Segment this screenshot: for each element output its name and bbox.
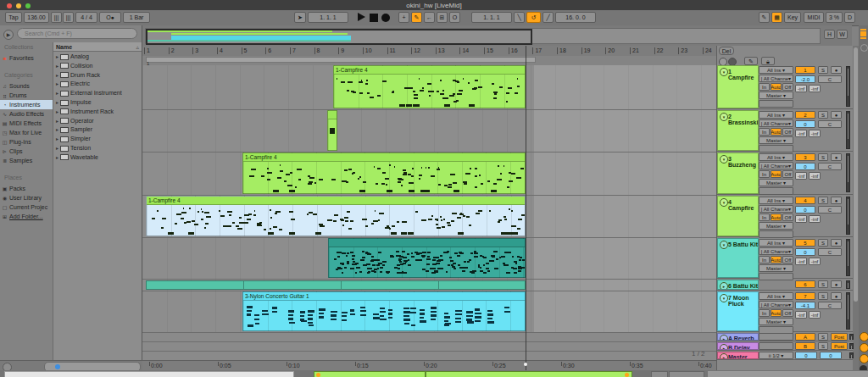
track-header-1[interactable]: ▾1 CampfireAll Ins ▾| All Channe▾InAutoO… <box>717 65 853 109</box>
clip-title-bar[interactable] <box>314 371 426 377</box>
track-activator[interactable]: 7 <box>795 292 815 300</box>
input-routing-menu[interactable]: All Ins ▾ <box>759 153 793 161</box>
monitor-in-button[interactable]: In <box>759 83 770 91</box>
track-header-2[interactable]: ▾2 BrassinskiAll Ins ▾| All Channe▾InAut… <box>717 110 853 152</box>
input-channel-menu[interactable]: | All Channe▾ <box>759 119 793 127</box>
playhead[interactable] <box>526 46 526 370</box>
output-routing-menu[interactable]: Master ▾ <box>759 264 793 272</box>
metronome-button[interactable]: O● <box>99 12 121 23</box>
solo-button[interactable]: S <box>818 153 828 161</box>
arm-button[interactable]: ● <box>831 239 842 247</box>
spinner-icon[interactable] <box>860 44 868 52</box>
loop-brace[interactable] <box>146 57 536 63</box>
monitor-in-button[interactable]: In <box>759 128 770 136</box>
post-button[interactable]: Post <box>831 342 848 350</box>
solo-button[interactable]: S <box>818 197 828 204</box>
re-enable-automation-button[interactable]: ← <box>424 12 435 23</box>
unfold-track-icon[interactable]: ▾ <box>720 113 728 121</box>
output-routing-menu[interactable]: Master ▾ <box>759 179 793 186</box>
optimize-height-button[interactable]: H <box>824 30 835 39</box>
master-volume-field[interactable]: 0 <box>795 352 817 359</box>
monitor-off-button[interactable]: Off <box>782 256 793 263</box>
delete-automation-button[interactable]: Del <box>719 47 734 55</box>
draw-mode-button[interactable]: O <box>449 12 460 23</box>
track-activator[interactable]: 2 <box>795 111 815 119</box>
sidebar-item-midi-effects[interactable]: ▤MIDI Effects <box>0 119 53 128</box>
quantization-menu[interactable]: 1 Bar <box>123 12 150 23</box>
pencil-mode-icon[interactable]: ✎ <box>744 57 758 65</box>
post-button[interactable]: Post <box>831 333 848 341</box>
arm-button[interactable]: ● <box>831 280 842 288</box>
return-lane-a-reverb[interactable] <box>142 333 716 342</box>
sidebar-item-user-library[interactable]: ◉User Library <box>0 193 53 202</box>
sidebar-item-drums[interactable]: ⣶Drums <box>0 91 53 100</box>
track-activator[interactable]: 3 <box>795 153 815 161</box>
arrangement-position-field[interactable]: 1. 1. 1 <box>308 12 348 23</box>
sidebar-item-add-folder-[interactable]: ⊞Add Folder... <box>0 212 53 221</box>
solo-button[interactable]: S <box>818 111 828 119</box>
unfold-track-icon[interactable]: ▾ <box>720 294 728 302</box>
arm-button[interactable]: ● <box>831 111 842 119</box>
track-header-7[interactable]: ▾7 Moon PluckAll Ins ▾| All Channe▾InAut… <box>717 291 853 332</box>
track-lane-6[interactable] <box>142 280 716 291</box>
track-lane-7[interactable]: 3-Nylon Concerto Guitar 1 <box>142 291 716 333</box>
optimize-width-button[interactable]: W <box>837 30 848 39</box>
solo-button[interactable]: S <box>818 280 828 288</box>
draw-pencil-button[interactable]: ✎ <box>759 12 770 23</box>
input-channel-menu[interactable]: | All Channe▾ <box>759 162 793 169</box>
solo-button[interactable]: S <box>818 342 828 350</box>
track-name-cell[interactable]: ▾2 Brassinski <box>717 110 759 151</box>
arrangement-overview[interactable] <box>145 28 821 44</box>
list-item-external-instrument[interactable]: ▸External Instrument <box>53 89 141 97</box>
track-header-3[interactable]: ▾3 BuzzhengAll Ins ▾| All Channe▾InAutoO… <box>717 152 853 195</box>
automation-arm-button[interactable]: ✎ <box>411 12 422 23</box>
list-item-tension[interactable]: ▸Tension <box>53 144 141 152</box>
clip-strip[interactable] <box>146 280 526 290</box>
input-routing-menu[interactable]: All Ins ▾ <box>759 292 793 300</box>
key-map-button[interactable]: Key <box>784 12 801 23</box>
loop-switch[interactable]: ↺ <box>526 12 541 23</box>
track-activator[interactable]: 1 <box>795 66 815 74</box>
name-column-header[interactable]: Name ▵ <box>53 42 142 52</box>
volume-field[interactable]: -2.0 <box>795 75 815 83</box>
punch-in-button[interactable]: ╲ <box>514 12 525 23</box>
unfold-track-icon[interactable]: ▾ <box>720 198 728 207</box>
clip[interactable] <box>328 238 526 278</box>
track-header-5[interactable]: ▾5 Battu KitAll Ins ▾| All Channe▾InAuto… <box>717 238 853 279</box>
expand-arrow-icon[interactable]: ▸ <box>56 146 58 151</box>
list-item-drum-rack[interactable]: ▸Drum Rack <box>53 71 141 80</box>
clip[interactable]: 1-Campfire 4 <box>333 65 526 108</box>
arm-button[interactable]: ● <box>831 66 842 74</box>
monitor-in-button[interactable]: In <box>759 213 770 221</box>
return-header-a-reverb[interactable]: ▸A ReverbASPost <box>717 333 853 341</box>
track-lane-3[interactable]: 1-Campfire 4 <box>142 152 716 196</box>
mapping-circle-1-icon[interactable] <box>860 332 868 341</box>
solo-button[interactable]: S <box>818 66 828 74</box>
list-item-wavetable[interactable]: ▸Wavetable <box>53 153 141 162</box>
track-name-cell[interactable]: ▾7 Moon Pluck <box>717 291 759 331</box>
punch-out-button[interactable]: ╱ <box>542 12 554 23</box>
monitor-in-button[interactable]: In <box>759 256 770 263</box>
track-lane-1[interactable]: 1-Campfire 4 <box>142 65 716 110</box>
track-name-cell[interactable]: ▾5 Battu Kit <box>717 238 759 278</box>
expand-arrow-icon[interactable]: ▸ <box>56 73 58 78</box>
output-routing-menu[interactable]: Master ▾ <box>759 318 793 325</box>
pan-field[interactable]: C <box>818 163 842 170</box>
list-item-simpler[interactable]: ▸Simpler <box>53 135 141 143</box>
monitor-off-button[interactable]: Off <box>782 213 793 221</box>
expand-arrow-icon[interactable]: ▸ <box>56 136 58 141</box>
track-name-cell[interactable]: ▸B Delay <box>717 342 759 350</box>
list-item-collision[interactable]: ▸Collision <box>53 62 141 70</box>
list-item-electric[interactable]: ▸Electric <box>53 80 141 88</box>
sidebar-item-sounds[interactable]: ♫Sounds <box>0 81 53 91</box>
monitor-off-button[interactable]: Off <box>782 170 793 178</box>
new-midi-overdub-button[interactable]: + <box>398 12 409 23</box>
play-button[interactable] <box>358 13 365 21</box>
expand-arrow-icon[interactable]: ▸ <box>56 91 58 96</box>
mapping-circle-2-icon[interactable] <box>860 343 868 352</box>
list-item-sampler[interactable]: ▸Sampler <box>53 125 141 134</box>
input-routing-menu[interactable]: All Ins ▾ <box>759 239 793 247</box>
clip-box-small-1[interactable] <box>651 371 668 377</box>
clip[interactable]: 1-Campfire 4 <box>242 152 526 194</box>
unfold-track-icon[interactable]: ▸ <box>720 335 728 341</box>
